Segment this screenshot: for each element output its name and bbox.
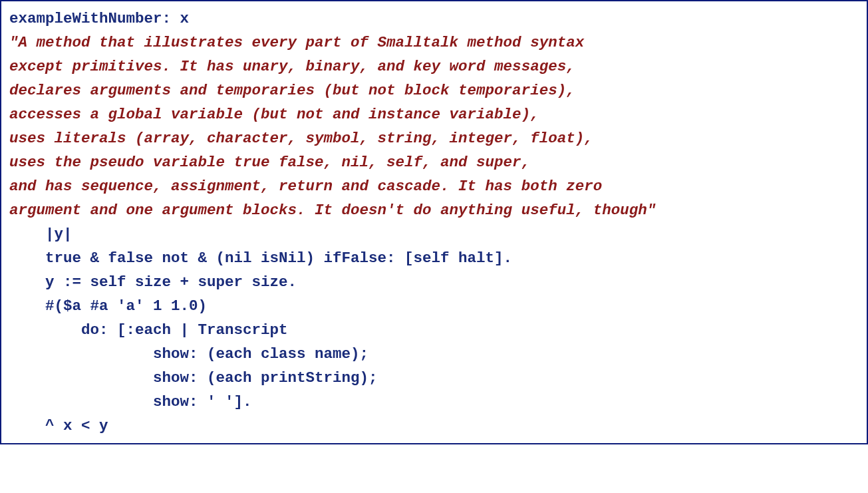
comment-line-0: "A method that illustrates every part of… xyxy=(9,34,584,51)
body-line-7: show: ' ']. xyxy=(9,393,252,411)
body-line-4: do: [:each | Transcript xyxy=(9,321,288,339)
body-line-3: #($a #a 'a' 1 1.0) xyxy=(9,297,207,315)
body-line-1: true & false not & (nil isNil) ifFalse: … xyxy=(9,249,512,267)
comment-line-5: uses the pseudo variable true false, nil… xyxy=(9,154,530,171)
body-line-6: show: (each printString); xyxy=(9,369,378,387)
comment-line-1: except primitives. It has unary, binary,… xyxy=(9,58,575,75)
comment-line-6: and has sequence, assignment, return and… xyxy=(9,178,602,195)
comment-line-7: argument and one argument blocks. It doe… xyxy=(9,202,656,219)
comment-line-2: declares arguments and temporaries (but … xyxy=(9,82,575,99)
method-selector: exampleWithNumber: x xyxy=(9,10,189,27)
body-line-0: |y| xyxy=(9,226,72,243)
body-line-8: ^ x < y xyxy=(9,417,108,434)
body-line-5: show: (each class name); xyxy=(9,345,368,363)
smalltalk-code-block: exampleWithNumber: x "A method that illu… xyxy=(0,0,868,444)
comment-line-4: uses literals (array, character, symbol,… xyxy=(9,130,593,147)
comment-line-3: accesses a global variable (but not and … xyxy=(9,106,539,123)
body-line-2: y := self size + super size. xyxy=(9,273,297,291)
